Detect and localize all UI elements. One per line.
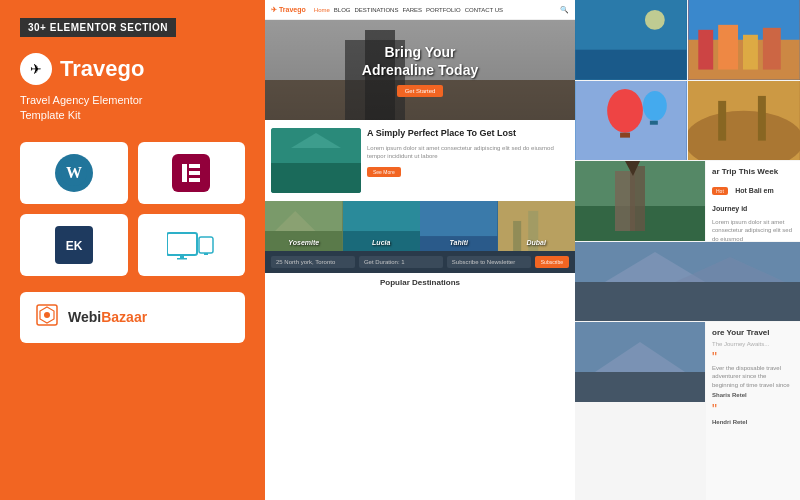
bottom-text: ore Your Travel The Journey Awaits... " …: [706, 322, 800, 500]
see-more-button[interactable]: See More: [367, 167, 401, 177]
svg-text:W: W: [66, 164, 82, 181]
brand-icon: ✈: [20, 53, 52, 85]
author1: Sharis Retel: [712, 392, 794, 398]
popular-section: Popular Destinations: [265, 273, 575, 292]
brand-desc: Travel Agency Elementor Template Kit: [20, 93, 245, 124]
balloon-image: [575, 81, 687, 161]
webibazaar-label: WebiBazaar: [68, 309, 147, 325]
quote-icon-2: ": [712, 402, 794, 416]
trip-section: ar Trip This Week Hot Hot Bali em Journe…: [575, 161, 800, 241]
dest-yosemite[interactable]: Yosemite: [265, 201, 343, 251]
mini-nav-links: Home BLOG DESTINATIONS FARES PORTFOLIO C…: [314, 7, 503, 13]
svg-rect-9: [167, 233, 197, 255]
mini-nav: ✈ Travego Home BLOG DESTINATIONS FARES P…: [265, 0, 575, 20]
ek-icon: EK: [55, 226, 93, 264]
destinations-strip: Yosemite Lucia Tahiti: [265, 201, 575, 251]
svg-text:EK: EK: [65, 239, 82, 253]
svg-rect-5: [189, 171, 200, 175]
section-text: A Simply Perfect Place To Get Lost Lorem…: [367, 128, 569, 178]
svg-rect-12: [199, 237, 213, 253]
webibazaar-box: WebiBazaar: [20, 292, 245, 343]
author2-row: " Hendri Retel: [712, 402, 794, 425]
svg-rect-13: [204, 253, 208, 255]
colorful-town-image: [688, 0, 800, 80]
section-image: [271, 128, 361, 193]
svg-rect-44: [650, 120, 658, 124]
svg-point-33: [645, 10, 665, 30]
svg-rect-48: [758, 95, 766, 140]
bottom-section: ore Your Travel The Journey Awaits... " …: [575, 322, 800, 500]
hero-button[interactable]: Get Started: [397, 85, 444, 97]
location-field[interactable]: 25 North york, Toronto: [271, 256, 355, 268]
trip-section-title: ar Trip This Week: [712, 167, 794, 176]
nav-link-portfolio[interactable]: PORTFOLIO: [426, 7, 461, 13]
center-preview: ✈ Travego Home BLOG DESTINATIONS FARES P…: [265, 0, 575, 500]
form-area: 25 North york, Toronto Get Duration: 1 S…: [265, 251, 575, 273]
svg-point-43: [643, 90, 667, 120]
elementor-icon-box: [138, 142, 246, 204]
svg-rect-4: [189, 164, 200, 168]
date-field[interactable]: Get Duration: 1: [359, 256, 443, 268]
desert-image: [688, 81, 800, 161]
svg-rect-39: [763, 28, 781, 70]
trip-image: [575, 161, 705, 241]
svg-point-46: [688, 110, 800, 160]
svg-rect-37: [718, 25, 738, 70]
nav-link-home[interactable]: Home: [314, 7, 330, 13]
elementor-icon: [172, 154, 210, 192]
mini-hero: Bring Your Adrenaline Today Get Started: [265, 20, 575, 120]
trip-details: ar Trip This Week Hot Hot Bali em Journe…: [706, 161, 800, 241]
popular-title: Popular Destinations: [271, 278, 569, 287]
svg-rect-32: [575, 50, 686, 80]
mini-nav-logo: ✈ Travego: [271, 6, 306, 14]
responsive-icon: [167, 227, 215, 263]
content-section: A Simply Perfect Place To Get Lost Lorem…: [265, 120, 575, 201]
svg-rect-19: [271, 163, 361, 193]
nav-link-dest[interactable]: DESTINATIONS: [355, 7, 399, 13]
svg-rect-3: [182, 164, 187, 182]
svg-rect-42: [620, 132, 630, 137]
dest-lucia[interactable]: Lucia: [343, 201, 421, 251]
svg-rect-11: [177, 258, 187, 260]
nav-link-fares[interactable]: FARES: [402, 7, 422, 13]
icons-grid: W: [20, 142, 245, 276]
bottom-image: [575, 322, 705, 500]
svg-rect-52: [630, 166, 645, 231]
responsive-icon-box: [138, 214, 246, 276]
top-image-grid: [575, 0, 800, 160]
travel-subtitle: The Journey Awaits...: [712, 341, 794, 347]
ek-icon-box: EK: [20, 214, 128, 276]
svg-rect-59: [575, 372, 705, 402]
search-icon[interactable]: 🔍: [560, 6, 569, 14]
nav-link-contact[interactable]: CONTACT US: [465, 7, 503, 13]
brand-row: ✈ Travego: [20, 53, 245, 85]
svg-rect-10: [180, 255, 184, 258]
right-strip: ar Trip This Week Hot Hot Bali em Journe…: [575, 0, 800, 500]
hero-title: Bring Your Adrenaline Today: [362, 43, 478, 79]
svg-rect-38: [743, 35, 758, 70]
subscribe-button[interactable]: Subscribe: [535, 256, 569, 268]
dest-dubai[interactable]: Dubai: [498, 201, 576, 251]
svg-point-17: [44, 312, 50, 318]
elementor-badge: 30+ ELEMENTOR SECTION: [20, 18, 176, 37]
svg-rect-36: [698, 30, 713, 70]
hot-badge: Hot: [712, 187, 728, 195]
svg-rect-55: [575, 282, 800, 321]
section-title: A Simply Perfect Place To Get Lost: [367, 128, 569, 140]
boats-image: [575, 0, 687, 80]
tour-desc: Lorem ipsum dolor sit amet consectetur a…: [712, 218, 794, 243]
author2: Hendri Retel: [712, 419, 794, 425]
tall-image: [575, 242, 800, 321]
section-desc: Lorem ipsum dolor sit amet consectetur a…: [367, 144, 569, 161]
svg-rect-29: [513, 221, 521, 251]
svg-rect-47: [718, 100, 726, 140]
newsletter-field[interactable]: Subscribe to Newsletter: [447, 256, 531, 268]
dest-tahiti[interactable]: Tahiti: [420, 201, 498, 251]
svg-point-41: [607, 88, 643, 132]
svg-rect-6: [189, 178, 200, 182]
bottom-section-title: ore Your Travel: [712, 328, 794, 337]
wordpress-icon: W: [55, 154, 93, 192]
trip-badge-row: Hot Hot Bali em Journey id: [712, 179, 794, 215]
nav-link-blog[interactable]: BLOG: [334, 7, 351, 13]
quote-icon: ": [712, 350, 794, 364]
